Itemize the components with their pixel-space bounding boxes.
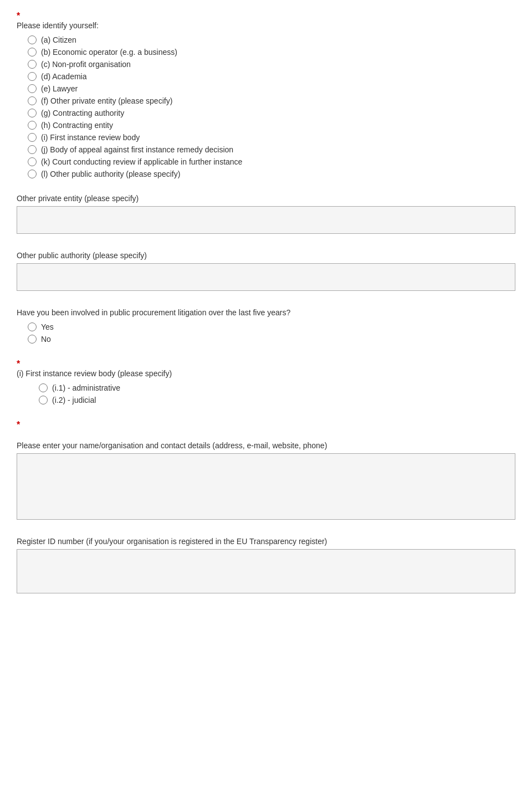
radio-opt-g[interactable] [28,109,37,117]
radio-label-c: (c) Non-profit organisation [41,60,131,69]
radio-item-i: (i) First instance review body [28,133,515,142]
identify-section: * Please identify yourself: (a) Citizen … [17,11,515,178]
radio-item-k: (k) Court conducting review if applicabl… [28,157,515,166]
radio-item-no: No [28,335,515,344]
radio-label-k: (k) Court conducting review if applicabl… [41,157,242,166]
required-star-1: * [17,11,515,21]
first-instance-label: (i) First instance review body (please s… [17,369,515,378]
radio-label-l: (l) Other public authority (please speci… [41,170,180,178]
radio-label-fi1: (i.1) - administrative [52,383,120,392]
other-public-section: Other public authority (please specify) [17,251,515,293]
radio-opt-c[interactable] [28,60,37,69]
radio-item-g: (g) Contracting authority [28,109,515,117]
radio-litigation-yes[interactable] [28,322,37,331]
radio-item-a: (a) Citizen [28,35,515,44]
first-instance-section: * (i) First instance review body (please… [17,359,515,404]
radio-item-l: (l) Other public authority (please speci… [28,170,515,178]
radio-item-f: (f) Other private entity (please specify… [28,96,515,105]
radio-label-j: (j) Body of appeal against first instanc… [41,145,233,154]
radio-label-g: (g) Contracting authority [41,109,124,117]
radio-item-j: (j) Body of appeal against first instanc… [28,145,515,154]
other-private-input[interactable] [17,206,515,234]
radio-item-yes: Yes [28,322,515,331]
radio-opt-e[interactable] [28,84,37,93]
radio-litigation-no[interactable] [28,335,37,344]
contact-label: Please enter your name/organisation and … [17,441,515,450]
radio-label-no: No [41,335,51,344]
radio-item-h: (h) Contracting entity [28,121,515,130]
radio-opt-a[interactable] [28,35,37,44]
radio-item-b: (b) Economic operator (e.g. a business) [28,48,515,57]
radio-opt-j[interactable] [28,145,37,154]
radio-item-fi1: (i.1) - administrative [39,383,515,392]
required-star-3: * [17,420,515,430]
radio-label-a: (a) Citizen [41,35,76,44]
radio-fi1[interactable] [39,383,48,392]
radio-opt-i[interactable] [28,133,37,142]
identity-radio-group: (a) Citizen (b) Economic operator (e.g. … [28,35,515,178]
register-section: Register ID number (if you/your organisa… [17,537,515,595]
other-public-input[interactable] [17,263,515,291]
radio-label-d: (d) Academia [41,72,86,81]
radio-label-i: (i) First instance review body [41,133,140,142]
first-instance-radio-group: (i.1) - administrative (i.2) - judicial [39,383,515,404]
radio-item-c: (c) Non-profit organisation [28,60,515,69]
radio-item-d: (d) Academia [28,72,515,81]
register-label: Register ID number (if you/your organisa… [17,537,515,546]
radio-label-h: (h) Contracting entity [41,121,113,130]
radio-opt-k[interactable] [28,157,37,166]
radio-opt-d[interactable] [28,72,37,81]
radio-opt-l[interactable] [28,170,37,178]
radio-label-fi2: (i.2) - judicial [52,396,96,404]
radio-label-yes: Yes [41,322,54,331]
litigation-radio-group: Yes No [28,322,515,344]
other-public-label: Other public authority (please specify) [17,251,515,260]
contact-input[interactable] [17,453,515,520]
radio-item-e: (e) Lawyer [28,84,515,93]
radio-label-b: (b) Economic operator (e.g. a business) [41,48,177,57]
radio-fi2[interactable] [39,396,48,404]
radio-item-fi2: (i.2) - judicial [39,396,515,404]
radio-label-e: (e) Lawyer [41,84,78,93]
required-star-2: * [17,359,515,369]
other-private-label: Other private entity (please specify) [17,194,515,203]
other-private-section: Other private entity (please specify) [17,194,515,235]
contact-section: * Please enter your name/organisation an… [17,420,515,521]
litigation-section: Have you been involved in public procure… [17,308,515,344]
radio-opt-b[interactable] [28,48,37,57]
litigation-question: Have you been involved in public procure… [17,308,515,317]
identify-label: Please identify yourself: [17,21,515,30]
register-input[interactable] [17,549,515,593]
radio-label-f: (f) Other private entity (please specify… [41,96,172,105]
radio-opt-f[interactable] [28,96,37,105]
radio-opt-h[interactable] [28,121,37,130]
